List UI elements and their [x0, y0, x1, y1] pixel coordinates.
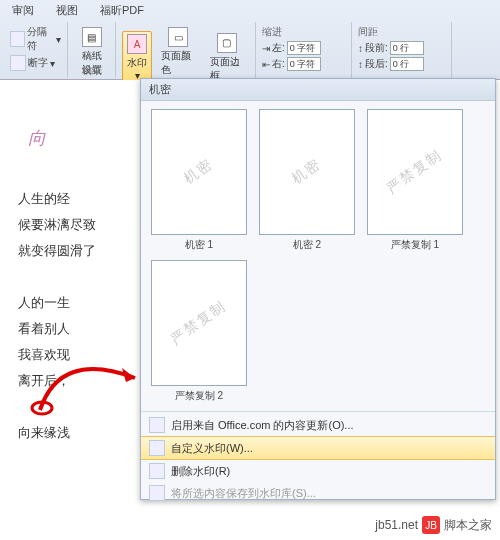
- indent-right-label: 右:: [272, 57, 285, 71]
- doc-line: 人生的经: [18, 186, 144, 212]
- watermark-thumb[interactable]: 严禁复制: [367, 109, 463, 235]
- breaks-icon: [10, 31, 25, 47]
- watermark-icon: A: [127, 34, 147, 54]
- doc-line: [18, 394, 144, 420]
- thumb-label: 机密 2: [257, 238, 357, 252]
- hyphen-icon: [10, 55, 26, 71]
- gallery-header: 机密: [141, 79, 495, 101]
- manuscript-icon: ▤: [82, 27, 102, 47]
- page-color-icon: ▭: [168, 27, 188, 47]
- spacing-title: 间距: [358, 25, 445, 39]
- save-icon: [149, 485, 165, 501]
- spacing-after-label: 段后:: [365, 57, 388, 71]
- thumb-label: 机密 1: [149, 238, 249, 252]
- tab-foxit[interactable]: 福昕PDF: [96, 2, 148, 18]
- indent-left-icon: ⇥: [262, 43, 270, 54]
- indent-left-label: 左:: [272, 41, 285, 55]
- watermark-thumb[interactable]: 严禁复制: [151, 260, 247, 386]
- footer-logo-icon: JB: [422, 516, 440, 534]
- gallery-menu: 启用来自 Office.com 的内容更新(O)... 自定义水印(W)... …: [141, 411, 495, 506]
- globe-icon: [149, 417, 165, 433]
- thumb-label: 严禁复制 2: [149, 389, 249, 403]
- document-area: 向 人生的经候要淋漓尽致就变得圆滑了 人的一生看着别人我喜欢现离开后， 向来缘浅: [0, 80, 150, 540]
- doc-line: 看着别人: [18, 316, 144, 342]
- menu-remove-watermark[interactable]: 删除水印(R): [141, 460, 495, 482]
- ribbon: 审阅 视图 福昕PDF 分隔符▾ 断字▾ ▤ 稿纸 设置 稿纸 A 水印▾ ▭: [0, 0, 500, 80]
- watermark-thumb[interactable]: 机密: [259, 109, 355, 235]
- watermark-button[interactable]: A 水印▾: [122, 31, 152, 84]
- spacing-before-label: 段前:: [365, 41, 388, 55]
- menu-save-watermark: 将所选内容保存到水印库(S)...: [141, 482, 495, 504]
- page-border-icon: ▢: [217, 33, 237, 53]
- indent-left-input[interactable]: 0 字符: [287, 41, 321, 55]
- watermark-thumb[interactable]: 机密: [151, 109, 247, 235]
- tab-view[interactable]: 视图: [52, 2, 82, 18]
- doc-line: 离开后，: [18, 368, 144, 394]
- footer-brand: 脚本之家: [444, 517, 492, 534]
- doc-line: 人的一生: [18, 290, 144, 316]
- menu-office-updates[interactable]: 启用来自 Office.com 的内容更新(O)...: [141, 414, 495, 436]
- spacing-before-icon: ↕: [358, 43, 363, 54]
- ribbon-tabs: 审阅 视图 福昕PDF: [0, 0, 500, 20]
- breaks-label[interactable]: 分隔符: [27, 25, 54, 53]
- indent-right-icon: ⇤: [262, 59, 270, 70]
- doc-line: 我喜欢现: [18, 342, 144, 368]
- doc-line: 候要淋漓尽致: [18, 212, 144, 238]
- menu-custom-watermark[interactable]: 自定义水印(W)...: [141, 436, 495, 460]
- indent-right-input[interactable]: 0 字符: [287, 57, 321, 71]
- group-label-manuscript: 稿纸: [68, 64, 115, 78]
- spacing-after-input[interactable]: 0 行: [390, 57, 424, 71]
- spacing-after-icon: ↕: [358, 59, 363, 70]
- doc-line: 就变得圆滑了: [18, 238, 144, 264]
- remove-icon: [149, 463, 165, 479]
- footer: jb51.net JB 脚本之家: [375, 516, 492, 534]
- watermark-small-icon: [149, 440, 165, 456]
- footer-site: jb51.net: [375, 518, 418, 532]
- thumb-label: 严禁复制 1: [365, 238, 465, 252]
- doc-line: 向来缘浅: [18, 420, 144, 446]
- hyphen-label[interactable]: 断字: [28, 56, 48, 70]
- tab-review[interactable]: 审阅: [8, 2, 38, 18]
- spacing-before-input[interactable]: 0 行: [390, 41, 424, 55]
- doc-line: [18, 264, 144, 290]
- watermark-gallery: 机密 机密机密 1机密机密 2严禁复制严禁复制 1严禁复制严禁复制 2 启用来自…: [140, 78, 496, 500]
- indent-title: 缩进: [262, 25, 345, 39]
- doc-title: 向: [28, 120, 144, 156]
